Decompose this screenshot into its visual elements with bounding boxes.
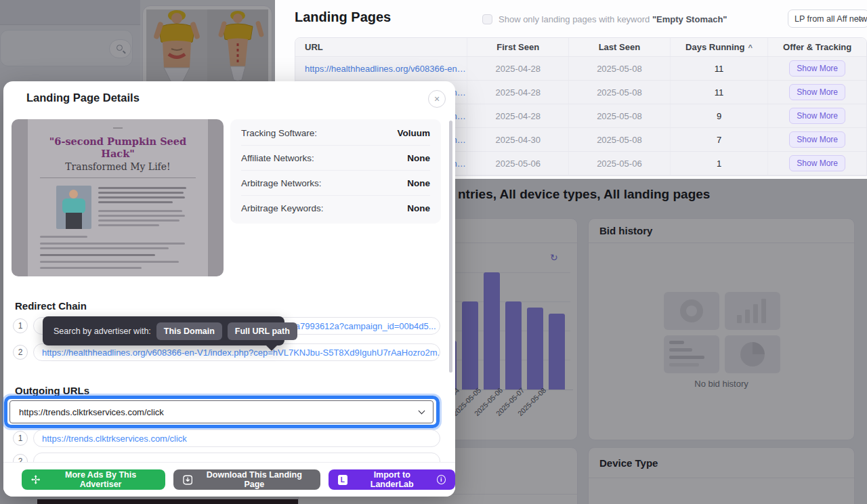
detail-label: Arbitrage Keywords: [241, 203, 324, 213]
detail-value: None [407, 178, 430, 188]
download-icon [183, 475, 192, 485]
detail-label: Tracking Software: [241, 128, 317, 138]
col-first-seen: First Seen [467, 38, 569, 56]
outgoing-step-number: 1 [13, 431, 28, 446]
modal-title: Landing Page Details [26, 91, 140, 104]
days-running-cell: 1 [671, 152, 769, 175]
col-days-running-label: Days Running [685, 42, 744, 52]
outgoing-url: https://trends.clktrkservices.com/click [42, 434, 187, 444]
last-seen-cell: 2025-05-08 [569, 57, 671, 80]
redirect-url: c0a7993612a?campaign_id=00b4d5... [286, 321, 436, 331]
outgoing-url-select[interactable]: https://trends.clktrkservices.com/click [9, 400, 434, 423]
show-more-button[interactable]: Show More [789, 108, 845, 124]
modal-footer: More Ads By This Advertiser Download Thi… [3, 462, 455, 497]
last-seen-cell: 2025-05-08 [569, 128, 671, 151]
landing-page-preview[interactable]: "6-second Pumpkin Seed Hack" Transformed… [12, 119, 224, 276]
preview-page: "6-second Pumpkin Seed Hack" Transformed… [28, 119, 208, 276]
outgoing-url-select-value: https://trends.clktrkservices.com/click [19, 407, 164, 417]
keyword-filter-checkbox[interactable] [482, 14, 492, 24]
sort-asc-icon: ^ [748, 43, 753, 51]
first-seen-cell: 2025-04-28 [467, 81, 569, 104]
keyword-filter-keyword: "Empty Stomach" [652, 14, 727, 24]
redirect-step-number: 2 [13, 345, 28, 360]
first-seen-cell: 2025-05-06 [467, 152, 569, 175]
detail-label: Arbitrage Networks: [241, 178, 322, 188]
last-seen-cell: 2025-05-06 [569, 152, 671, 175]
col-last-seen: Last Seen [569, 38, 671, 56]
first-seen-cell: 2025-04-28 [467, 57, 569, 80]
outgoing-url-pill[interactable]: https://trends.clktrkservices.com/click [33, 429, 440, 447]
preview-headline: "6-second Pumpkin Seed Hack" [43, 135, 192, 160]
detail-row: Arbitrage Keywords: None [241, 196, 430, 221]
chevron-down-icon [419, 408, 425, 415]
outgoing-urls-heading: Outgoing URLs [15, 385, 89, 396]
aff-network-select[interactable]: LP from all Aff networks [788, 9, 867, 28]
import-button-label: Import to LanderLab [353, 470, 431, 489]
show-more-button[interactable]: Show More [789, 131, 845, 148]
redirect-url-pill[interactable]: https://healthheadlines.org/v608366-en-V… [33, 343, 440, 361]
first-seen-cell: 2025-04-28 [467, 104, 569, 127]
detail-row: Tracking Software: Voluum [241, 121, 430, 146]
redirect-chain-heading: Redirect Chain [15, 300, 87, 312]
this-domain-button[interactable]: This Domain [156, 322, 222, 340]
col-days-running[interactable]: Days Running ^ [671, 38, 769, 56]
keyword-filter-text: Show only landing pages with keyword [499, 14, 650, 24]
preview-subheadline: Transformed My Life! [43, 161, 192, 172]
preview-photo [56, 186, 91, 229]
more-ads-button-label: More Ads By This Advertiser [45, 470, 155, 489]
screen: ntries, All device types, All landing pa… [0, 0, 867, 504]
days-running-cell: 7 [671, 128, 769, 151]
info-icon[interactable]: i [437, 475, 446, 484]
table-row: https://healthheadlines.org/v608366-en-.… [295, 57, 866, 81]
detail-row: Arbitrage Networks: None [241, 171, 430, 196]
first-seen-cell: 2025-04-30 [467, 128, 569, 151]
show-more-button[interactable]: Show More [789, 155, 845, 171]
more-ads-button[interactable]: More Ads By This Advertiser [22, 469, 165, 490]
detail-value: Voluum [398, 128, 431, 138]
days-running-cell: 11 [671, 81, 769, 104]
col-offer-tracking: Offer & Tracking [768, 38, 866, 56]
days-running-cell: 9 [671, 104, 769, 127]
days-running-cell: 11 [671, 57, 769, 80]
detail-value: None [407, 153, 430, 163]
full-url-path-button[interactable]: Full URL path [228, 322, 297, 340]
download-landing-page-button[interactable]: Download This Landing Page [173, 469, 320, 490]
modal-scrollbar[interactable] [449, 121, 452, 373]
move-arrows-icon [31, 475, 40, 484]
keyword-filter-label: Show only landing pages with keyword "Em… [499, 14, 727, 24]
detail-value: None [407, 203, 430, 213]
landing-page-url-link[interactable]: https://healthheadlines.org/v608366-en-.… [305, 64, 466, 74]
tooltip-label: Search by advertiser with: [54, 327, 151, 336]
download-button-label: Download This Landing Page [198, 470, 311, 489]
redirect-url: https://healthheadlines.org/v608366-en-V… [42, 348, 440, 358]
import-landerlab-button[interactable]: L Import to LanderLab i [329, 469, 455, 490]
landerlab-logo-icon: L [338, 475, 347, 485]
search-by-advertiser-tooltip: Search by advertiser with: This Domain F… [43, 316, 284, 345]
last-seen-cell: 2025-05-08 [569, 81, 671, 104]
redirect-step-number: 1 [13, 318, 28, 333]
aff-network-select-value: LP from all Aff networks [795, 14, 867, 24]
table-header-row: URL First Seen Last Seen Days Running ^ … [295, 38, 866, 57]
show-more-button[interactable]: Show More [789, 84, 845, 100]
detail-label: Affiliate Networks: [241, 153, 314, 163]
close-icon[interactable]: × [428, 90, 446, 108]
last-seen-cell: 2025-05-08 [569, 104, 671, 127]
show-more-button[interactable]: Show More [789, 60, 845, 77]
detail-row: Affiliate Networks: None [241, 146, 430, 171]
details-panel: Tracking Software: Voluum Affiliate Netw… [230, 119, 441, 224]
col-url: URL [295, 38, 467, 56]
page-title: Landing Pages [295, 9, 391, 25]
